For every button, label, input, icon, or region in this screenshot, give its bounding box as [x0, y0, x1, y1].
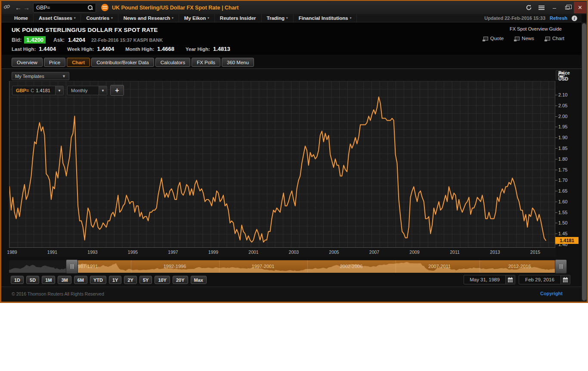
copyright-link[interactable]: Copyright: [540, 291, 563, 296]
open-window-icon: [545, 37, 550, 41]
menu-item-label: News and Research: [124, 16, 170, 21]
instrument-selector[interactable]: GBP= C 1.4181 ▼: [12, 86, 64, 95]
menu-item-label: Asset Classes: [39, 16, 72, 21]
open-news-link[interactable]: News: [515, 36, 534, 41]
stat-year-high: Year High:1.4813: [186, 46, 230, 52]
tab-overview[interactable]: Overview: [12, 58, 43, 67]
chevron-down-icon: ▾: [172, 16, 173, 20]
search-icon[interactable]: [87, 5, 93, 10]
stat-last-high: Last High:1.4404: [12, 46, 56, 52]
tab-fx-polls[interactable]: FX Polls: [192, 58, 220, 67]
menu-item-asset-classes[interactable]: Asset Classes▾: [34, 14, 81, 22]
year-tick-label: 1995: [126, 249, 140, 255]
menu-item-label: Reuters Insider: [220, 16, 256, 21]
period-button-row: 1D5D1M3M6MYTD1Y2Y5Y10Y20YMax: [11, 276, 207, 284]
period-button-2y[interactable]: 2Y: [124, 276, 136, 284]
menu-item-my-eikon[interactable]: My Eikon▾: [179, 14, 215, 22]
link-channel-icon[interactable]: [1, 3, 12, 12]
period-button-5y[interactable]: 5Y: [139, 276, 152, 284]
period-button-ytd[interactable]: YTD: [90, 276, 106, 284]
menu-item-label: Home: [14, 16, 28, 21]
refresh-link[interactable]: Refresh: [550, 16, 567, 21]
ask-value: 1.4204: [68, 37, 85, 43]
chevron-down-icon[interactable]: ▼: [99, 86, 107, 95]
quote-timestamp: 22-Feb-2016 15:37 KASPI BANK: [91, 37, 163, 43]
tab-chart[interactable]: Chart: [67, 58, 90, 67]
range-slider-left-handle[interactable]: [66, 259, 78, 274]
period-button-5d[interactable]: 5D: [26, 276, 39, 284]
menu-item-label: Countries: [86, 16, 109, 21]
interval-value: Monthly: [68, 88, 99, 93]
open-window-icon: [515, 37, 520, 41]
eikon-window: ← → GBP= UK Pound Sterling/US Dollar FX …: [0, 0, 588, 303]
interval-selector[interactable]: Monthly ▼: [67, 86, 107, 95]
instrument-last-value: 1.4181: [36, 88, 50, 93]
fx-spot-overview-guide-link[interactable]: FX Spot Overview Guide: [510, 26, 562, 31]
period-button-1m[interactable]: 1M: [42, 276, 55, 284]
ask-label: Ask:: [53, 37, 65, 43]
restore-button[interactable]: [561, 3, 574, 13]
my-templates-dropdown[interactable]: My Templates ▼: [12, 72, 69, 80]
tab-calculators[interactable]: Calculators: [155, 58, 191, 67]
open-quote-link[interactable]: Quote: [483, 36, 504, 41]
period-button-10y[interactable]: 10Y: [155, 276, 170, 284]
link-label: Quote: [490, 36, 504, 41]
tab-360-menu[interactable]: 360 Menu: [222, 58, 254, 67]
date-from-field[interactable]: May 31, 1989: [464, 275, 515, 284]
copyright-text: © 2016 Thomson Reuters All Rights Reserv…: [12, 291, 104, 296]
add-series-button[interactable]: +: [110, 85, 124, 96]
chevron-down-icon[interactable]: ▼: [55, 86, 63, 95]
range-slider-track[interactable]: 1987-19911992-19961997-20012002-20062007…: [9, 260, 567, 273]
slider-segment-label: 1992-1996: [164, 264, 186, 269]
open-window-icon: [483, 37, 488, 41]
period-button-20y[interactable]: 20Y: [173, 276, 188, 284]
period-button-1d[interactable]: 1D: [11, 276, 24, 284]
chevron-down-icon: ▾: [111, 16, 113, 20]
stat-value: 1.4668: [157, 46, 174, 52]
menu-item-home[interactable]: Home: [9, 14, 34, 22]
period-button-1y[interactable]: 1Y: [109, 276, 121, 284]
stat-label: Month High:: [125, 47, 154, 52]
date-to-field[interactable]: Feb 29, 2016: [519, 275, 570, 284]
menu-item-trading[interactable]: Trading▾: [262, 14, 294, 22]
year-tick-label: 2005: [327, 249, 341, 255]
back-arrow-icon[interactable]: ←: [15, 4, 22, 11]
refresh-icon[interactable]: [522, 3, 535, 13]
forward-arrow-icon[interactable]: →: [23, 4, 30, 11]
app-menu-icon[interactable]: [535, 3, 548, 13]
date-from-value: May 31, 1989: [464, 277, 505, 282]
tab-price[interactable]: Price: [44, 58, 65, 67]
bid-label: Bid:: [12, 37, 22, 43]
vertical-scrollbar[interactable]: [582, 22, 587, 302]
bid-value: 1.4200: [24, 36, 46, 44]
calendar-icon[interactable]: [560, 275, 570, 284]
menu-item-news-and-research[interactable]: News and Research▾: [118, 14, 179, 22]
last-price-tag: 1.4181: [555, 237, 579, 244]
info-icon[interactable]: i: [572, 16, 577, 21]
chevron-down-icon: ▾: [350, 16, 352, 20]
menu-item-countries[interactable]: Countries▾: [81, 14, 118, 22]
menu-item-financial-institutions[interactable]: Financial Institutions▾: [294, 14, 357, 22]
period-button-max[interactable]: Max: [191, 276, 207, 284]
scrollbar-thumb[interactable]: [582, 23, 586, 301]
range-slider-right-handle[interactable]: [555, 259, 567, 274]
year-tick-label: 2011: [448, 249, 462, 255]
menu-item-reuters-insider[interactable]: Reuters Insider: [215, 14, 262, 22]
calendar-icon[interactable]: [505, 275, 515, 284]
menu-item-label: Trading: [267, 16, 285, 21]
close-button[interactable]: ✕: [574, 2, 586, 13]
open-chart-link[interactable]: Chart: [545, 36, 564, 41]
chevron-down-icon: ▼: [62, 74, 66, 78]
period-button-6m[interactable]: 6M: [74, 276, 87, 284]
tab-contributor-broker-data[interactable]: Contributor/Broker Data: [91, 58, 154, 67]
slider-segment-divider: [131, 260, 131, 273]
year-tick-label: 1999: [206, 249, 221, 255]
chevron-down-icon: ▾: [286, 16, 288, 20]
search-input[interactable]: GBP=: [33, 3, 96, 12]
minimize-button[interactable]: –: [548, 3, 561, 13]
stat-month-high: Month High:1.4668: [125, 46, 174, 52]
stat-value: 1.4404: [39, 46, 56, 52]
date-to-value: Feb 29, 2016: [519, 277, 560, 282]
period-button-3m[interactable]: 3M: [58, 276, 71, 284]
chart-plot-area[interactable]: GBP= C 1.4181 ▼ Monthly ▼ +: [9, 81, 555, 248]
